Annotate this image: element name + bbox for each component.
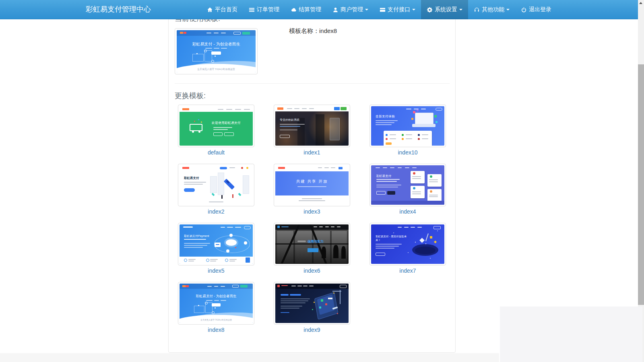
- preview-footer-text: 全天候无人值守 7X24小时在线运营: [180, 319, 253, 321]
- chevron-down-icon: [365, 9, 368, 10]
- home-icon: [207, 7, 213, 13]
- chevron-down-icon: [412, 9, 415, 10]
- template-name-line: 模板名称：index8: [289, 27, 337, 35]
- template-preview-index4: 彩虹易支付: [371, 165, 444, 205]
- template-thumbnail-index5[interactable]: 彩虹易支付Payment: [178, 223, 254, 265]
- current-template-thumbnail[interactable]: 彩虹易支付 - 为创业者而生 全天候无人值守 7X24小时在线运营: [175, 28, 258, 74]
- template-preview-index3: 共建 共享 开放: [275, 165, 349, 205]
- template-link-index9[interactable]: index9: [264, 327, 360, 333]
- template-link-index8[interactable]: index8: [168, 327, 264, 333]
- template-preview-default: 欢迎使用彩虹易支付: [180, 106, 253, 146]
- template-link-index10[interactable]: index10: [360, 149, 456, 156]
- template-link-index2[interactable]: index2: [168, 208, 264, 215]
- template-thumbnail-index3[interactable]: 共建 共享 开放: [274, 164, 350, 206]
- brand-title[interactable]: 彩虹易支付管理中心: [86, 0, 151, 19]
- nav-item-merchants[interactable]: 商户管理: [327, 0, 374, 19]
- nav-item-settlement[interactable]: 结算管理: [285, 0, 327, 19]
- user-icon: [332, 7, 339, 13]
- template-thumbnail-default[interactable]: 欢迎使用彩虹易支付: [178, 105, 254, 147]
- credit-card-icon: [380, 7, 386, 13]
- template-link-index4[interactable]: index4: [360, 208, 456, 215]
- template-thumbnail-index1[interactable]: 专业的收款系统: [274, 105, 350, 147]
- template-cell-index6: 信用与实力 index6: [264, 221, 360, 280]
- template-cell-index3: 共建 共享 开放 index3: [264, 162, 360, 221]
- preview-title: 共建 共享 开放: [275, 179, 349, 184]
- template-thumbnail-index6[interactable]: 信用与实力: [274, 223, 350, 265]
- nav-item-logout[interactable]: 退出登录: [515, 0, 557, 19]
- template-thumbnail-index7[interactable]: 彩虹易支付 - 用支付创造未来！: [369, 223, 446, 265]
- preview-title: 全新支付体验: [376, 114, 395, 119]
- template-preview-current-index8: 彩虹易支付 - 为创业者而生 全天候无人值守 7X24小时在线运营: [177, 30, 256, 72]
- power-icon: [521, 7, 527, 13]
- nav-item-other-functions[interactable]: 其他功能: [468, 0, 515, 19]
- preview-title: 彩虹易支付: [184, 176, 199, 180]
- template-link-index3[interactable]: index3: [264, 208, 360, 215]
- template-cell-default: 欢迎使用彩虹易支付 default: [168, 103, 264, 162]
- chevron-down-icon: [506, 9, 510, 10]
- preview-title: 彩虹易支付 - 用支付创造未来！: [376, 234, 408, 243]
- change-template-heading: 更换模板:: [175, 91, 206, 101]
- template-thumbnail-index10[interactable]: 全新支付体验: [369, 105, 446, 147]
- template-cell-index1: 专业的收款系统 index1: [264, 103, 360, 162]
- template-thumbnail-index2[interactable]: 彩虹易支付: [178, 164, 254, 206]
- template-cell-index8: 彩虹易支付 - 为创业者而生 全天候无人值守 7X24小时在线运营 index8: [168, 280, 264, 339]
- template-cell-index5: 彩虹易支付Payment: [168, 221, 264, 280]
- template-preview-index9: [275, 284, 349, 323]
- template-preview-index2: 彩虹易支付: [180, 165, 253, 205]
- preview-title: 彩虹易支付 - 为创业者而生: [180, 294, 253, 299]
- template-preview-index10: 全新支付体验: [371, 106, 444, 146]
- nav-item-system-settings[interactable]: 系统设置: [421, 0, 468, 19]
- nav-item-payment-api[interactable]: 支付接口: [374, 0, 421, 19]
- template-preview-index1: 专业的收款系统: [275, 106, 349, 146]
- chevron-down-icon: [459, 9, 462, 10]
- list-icon: [249, 7, 255, 13]
- template-link-index7[interactable]: index7: [360, 267, 456, 274]
- main-menu: 平台首页 订单管理 结算管理 商户管理 支付接口 系统: [201, 0, 557, 19]
- top-navbar: 彩虹易支付管理中心 平台首页 订单管理 结算管理 商户管理 支付接口: [0, 0, 638, 19]
- template-preview-index5: 彩虹易支付Payment: [180, 224, 253, 264]
- template-link-index1[interactable]: index1: [264, 149, 360, 156]
- template-preview-index8: 彩虹易支付 - 为创业者而生 全天候无人值守 7X24小时在线运营: [180, 284, 253, 323]
- gear-icon: [427, 7, 433, 13]
- template-preview-index6: 信用与实力: [275, 224, 349, 264]
- headset-icon: [474, 7, 480, 13]
- preview-title: 信用与实力: [308, 239, 324, 244]
- nav-item-orders[interactable]: 订单管理: [243, 0, 285, 19]
- template-link-default[interactable]: default: [168, 149, 264, 156]
- scroll-up-arrow-icon[interactable]: [638, 0, 644, 6]
- template-preview-index7: 彩虹易支付 - 用支付创造未来！: [371, 224, 444, 264]
- template-cell-index7: 彩虹易支付 - 用支付创造未来！ index7: [360, 221, 456, 280]
- template-link-index5[interactable]: index5: [168, 267, 264, 274]
- preview-title: 欢迎使用彩虹易支付: [212, 121, 241, 125]
- nav-item-home[interactable]: 平台首页: [201, 0, 243, 19]
- template-thumbnail-index8[interactable]: 彩虹易支付 - 为创业者而生 全天候无人值守 7X24小时在线运营: [178, 282, 254, 325]
- scrollbar-thumb[interactable]: [638, 64, 644, 305]
- bottom-right-gray-overlay: [500, 306, 642, 362]
- cloud-icon: [291, 7, 297, 13]
- template-cell-index2: 彩虹易支付 index2: [168, 162, 264, 221]
- template-thumbnail-index4[interactable]: 彩虹易支付: [369, 164, 446, 206]
- template-link-index6[interactable]: index6: [264, 267, 360, 274]
- preview-title: 专业的收款系统: [280, 118, 299, 122]
- preview-title: 彩虹易支付Payment: [184, 234, 209, 238]
- preview-title: 彩虹易支付: [376, 174, 392, 178]
- template-cell-index4: 彩虹易支付: [360, 162, 456, 221]
- preview-title: 彩虹易支付 - 为创业者而生: [177, 41, 256, 47]
- template-cell-index9: index9: [264, 280, 360, 339]
- section-divider: [175, 83, 450, 84]
- template-thumbnail-index9[interactable]: [274, 282, 350, 325]
- template-cell-index10: 全新支付体验: [360, 103, 456, 162]
- preview-footer-text: 全天候无人值守 7X24小时在线运营: [177, 68, 256, 71]
